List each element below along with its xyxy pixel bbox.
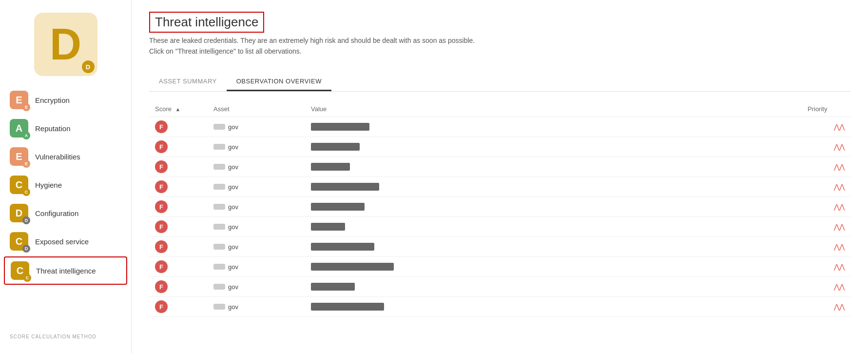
table-header: Score ▲ Asset Value Priority: [149, 101, 850, 117]
table-row[interactable]: Fgov⋀⋀: [149, 197, 850, 217]
priority-cell: ⋀⋀: [802, 237, 850, 257]
table-row[interactable]: Fgov⋀⋀: [149, 137, 850, 157]
value-cell: [305, 297, 802, 317]
asset-dot: [213, 164, 225, 170]
asset-label: gov: [228, 143, 238, 151]
score-badge: F: [155, 280, 168, 293]
sidebar-footer: SCORE CALCULATION METHOD: [0, 328, 131, 345]
table-row[interactable]: Fgov⋀⋀: [149, 217, 850, 237]
score-badge: F: [155, 140, 168, 153]
asset-dot: [213, 204, 225, 210]
logo-badge: D: [82, 60, 95, 73]
score-cell: F: [149, 137, 208, 157]
vulnerabilities-icon: E E: [10, 147, 28, 166]
score-cell: F: [149, 217, 208, 237]
score-cell: F: [149, 257, 208, 277]
priority-cell: ⋀⋀: [802, 117, 850, 137]
col-header-score[interactable]: Score ▲: [149, 101, 208, 117]
priority-high-icon: ⋀⋀: [834, 263, 845, 271]
asset-label: gov: [228, 163, 238, 171]
page-title-box: Threat intelligence: [149, 12, 264, 33]
col-header-asset: Asset: [208, 101, 305, 117]
sidebar-item-configuration[interactable]: D D Configuration: [0, 199, 131, 227]
priority-cell: ⋀⋀: [802, 177, 850, 197]
sidebar-label-hygiene: Hygiene: [35, 181, 62, 189]
asset-dot: [213, 284, 225, 290]
asset-cell: gov: [208, 217, 305, 237]
sidebar-item-encryption[interactable]: E E Encryption: [0, 86, 131, 114]
table-row[interactable]: Fgov⋀⋀: [149, 297, 850, 317]
table-row[interactable]: Fgov⋀⋀: [149, 257, 850, 277]
value-bar: [311, 123, 369, 131]
encryption-badge: E: [22, 103, 30, 111]
sidebar-item-threat-intelligence[interactable]: C C Threat intelligence: [4, 256, 127, 285]
priority-high-icon: ⋀⋀: [834, 163, 845, 171]
value-bar: [311, 143, 360, 151]
asset-label: gov: [228, 303, 238, 311]
priority-high-icon: ⋀⋀: [834, 243, 845, 251]
priority-high-icon: ⋀⋀: [834, 283, 845, 291]
score-badge: F: [155, 120, 168, 133]
hygiene-badge: C: [22, 188, 30, 196]
sidebar-label-encryption: Encryption: [35, 96, 70, 104]
value-bar-container: [311, 123, 796, 131]
asset-label: gov: [228, 203, 238, 211]
value-bar-container: [311, 203, 796, 211]
asset-cell: gov: [208, 137, 305, 157]
sidebar-item-exposed-service[interactable]: C D Exposed service: [0, 227, 131, 255]
score-cell: F: [149, 197, 208, 217]
value-bar-container: [311, 303, 796, 311]
priority-high-icon: ⋀⋀: [834, 123, 845, 131]
vulnerabilities-badge: E: [22, 160, 30, 168]
table-body: Fgov⋀⋀Fgov⋀⋀Fgov⋀⋀Fgov⋀⋀Fgov⋀⋀Fgov⋀⋀Fgov…: [149, 117, 850, 317]
value-cell: [305, 217, 802, 237]
asset-label: gov: [228, 183, 238, 191]
table-row[interactable]: Fgov⋀⋀: [149, 277, 850, 297]
main-content: Threat intelligence These are leaked cre…: [132, 0, 868, 353]
tab-observation-overview[interactable]: OBSERVATION OVERVIEW: [227, 73, 331, 91]
score-badge: F: [155, 160, 168, 173]
priority-high-icon: ⋀⋀: [834, 223, 845, 231]
value-cell: [305, 117, 802, 137]
sidebar-logo: D D: [34, 13, 97, 76]
value-bar: [311, 303, 384, 311]
asset-cell: gov: [208, 157, 305, 177]
value-bar: [311, 203, 365, 211]
value-bar-container: [311, 143, 796, 151]
tab-asset-summary[interactable]: ASSET SUMMARY: [149, 73, 227, 91]
value-cell: [305, 137, 802, 157]
table-row[interactable]: Fgov⋀⋀: [149, 157, 850, 177]
asset-dot: [213, 124, 225, 130]
table-row[interactable]: Fgov⋀⋀: [149, 177, 850, 197]
col-header-value: Value: [305, 101, 802, 117]
encryption-icon: E E: [10, 91, 28, 109]
asset-dot: [213, 264, 225, 270]
threat-intelligence-badge: C: [23, 274, 31, 282]
asset-label: gov: [228, 123, 238, 131]
table-row[interactable]: Fgov⋀⋀: [149, 237, 850, 257]
score-cell: F: [149, 157, 208, 177]
asset-label: gov: [228, 283, 238, 291]
asset-dot: [213, 304, 225, 310]
asset-label: gov: [228, 243, 238, 251]
table-row[interactable]: Fgov⋀⋀: [149, 117, 850, 137]
hygiene-icon: C C: [10, 176, 28, 194]
sidebar-label-reputation: Reputation: [35, 124, 71, 133]
sidebar-item-reputation[interactable]: A A Reputation: [0, 114, 131, 142]
priority-high-icon: ⋀⋀: [834, 203, 845, 211]
reputation-badge: A: [22, 132, 30, 139]
footer-label: SCORE CALCULATION METHOD: [10, 334, 96, 339]
value-bar-container: [311, 243, 796, 251]
sidebar-item-vulnerabilities[interactable]: E E Vulnerabilities: [0, 142, 131, 171]
score-cell: F: [149, 277, 208, 297]
value-cell: [305, 277, 802, 297]
value-cell: [305, 197, 802, 217]
priority-high-icon: ⋀⋀: [834, 303, 845, 311]
value-bar-container: [311, 263, 796, 271]
sidebar-item-hygiene[interactable]: C C Hygiene: [0, 171, 131, 199]
score-cell: F: [149, 237, 208, 257]
configuration-badge: D: [22, 216, 30, 224]
asset-dot: [213, 184, 225, 190]
priority-cell: ⋀⋀: [802, 217, 850, 237]
priority-cell: ⋀⋀: [802, 157, 850, 177]
